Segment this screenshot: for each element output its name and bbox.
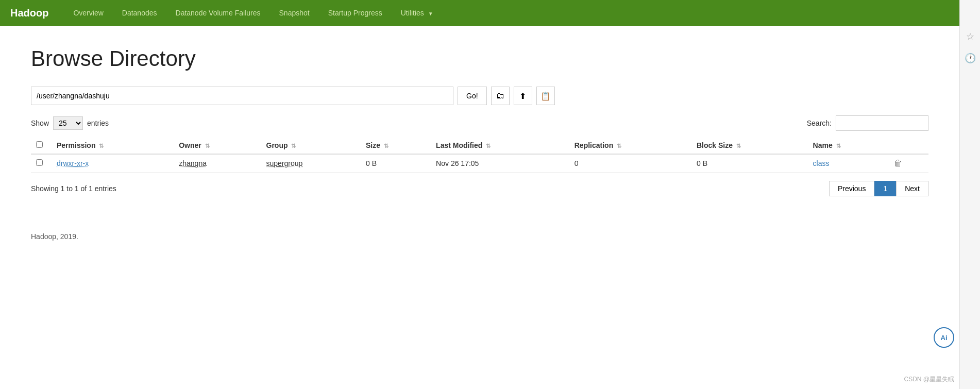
last-modified-value: Nov 26 17:05 xyxy=(436,159,479,167)
navbar-brand[interactable]: Hadoop xyxy=(10,7,48,19)
upload-icon-button[interactable]: ⬆ xyxy=(514,87,532,105)
sort-last-modified-icon: ⇅ xyxy=(486,143,491,149)
row-checkbox-cell xyxy=(31,154,52,173)
row-block-size-cell: 0 B xyxy=(691,154,808,173)
select-all-header xyxy=(31,137,52,154)
table-row: drwxr-xr-x zhangna supergroup 0 B Nov 26… xyxy=(31,154,928,173)
col-owner-label: Owner xyxy=(179,141,201,149)
search-input[interactable] xyxy=(836,115,928,131)
utilities-label: Utilities xyxy=(401,9,424,17)
showing-text: Showing 1 to 1 of 1 entries xyxy=(31,184,116,193)
replication-value: 0 xyxy=(575,159,579,167)
folder-icon: 🗂 xyxy=(496,91,504,100)
folder-icon-button[interactable]: 🗂 xyxy=(491,87,510,105)
row-delete-cell: 🗑 xyxy=(889,154,928,173)
sort-replication-icon: ⇅ xyxy=(617,143,621,149)
path-input[interactable] xyxy=(31,87,453,105)
upload-icon: ⬆ xyxy=(519,91,526,101)
clock-icon[interactable]: 🕐 xyxy=(965,53,976,64)
nav-datanode-volume-failures[interactable]: Datanode Volume Failures xyxy=(166,1,270,25)
nav-overview[interactable]: Overview xyxy=(64,1,112,25)
size-value: 0 B xyxy=(366,159,377,167)
row-permission-cell: drwxr-xr-x xyxy=(52,154,174,173)
path-row: Go! 🗂 ⬆ 📋 xyxy=(31,87,928,105)
nav-utilities[interactable]: Utilities ▼ xyxy=(392,1,443,25)
row-name-cell: class xyxy=(808,154,889,173)
page-title: Browse Directory xyxy=(31,46,928,71)
col-header-last-modified[interactable]: Last Modified ⇅ xyxy=(431,137,569,154)
page-1-button[interactable]: 1 xyxy=(874,181,896,196)
nav-startup-progress[interactable]: Startup Progress xyxy=(319,1,392,25)
table-header: Permission ⇅ Owner ⇅ Group ⇅ Size ⇅ Last… xyxy=(31,137,928,154)
sort-owner-icon: ⇅ xyxy=(205,143,210,149)
col-name-label: Name xyxy=(813,141,833,149)
table-body: drwxr-xr-x zhangna supergroup 0 B Nov 26… xyxy=(31,154,928,173)
delete-button[interactable]: 🗑 xyxy=(894,159,902,168)
row-owner-cell: zhangna xyxy=(174,154,261,173)
col-header-owner[interactable]: Owner ⇅ xyxy=(174,137,261,154)
right-sidebar: ☆ 🕐 xyxy=(959,0,980,256)
footer-text: Hadoop, 2019. xyxy=(31,232,78,241)
nav-snapshot[interactable]: Snapshot xyxy=(270,1,319,25)
group-value[interactable]: supergroup xyxy=(266,159,303,167)
sort-permission-icon: ⇅ xyxy=(99,143,104,149)
controls-row: Show 10 25 50 100 entries Search: xyxy=(31,115,928,131)
col-header-name[interactable]: Name ⇅ xyxy=(808,137,889,154)
clipboard-icon: 📋 xyxy=(540,91,551,101)
permission-value[interactable]: drwxr-xr-x xyxy=(57,159,89,167)
navbar-links: Overview Datanodes Datanode Volume Failu… xyxy=(64,1,442,25)
col-header-permission[interactable]: Permission ⇅ xyxy=(52,137,174,154)
directory-table: Permission ⇅ Owner ⇅ Group ⇅ Size ⇅ Last… xyxy=(31,137,928,173)
col-permission-label: Permission xyxy=(57,141,95,149)
navbar: Hadoop Overview Datanodes Datanode Volum… xyxy=(0,0,980,26)
row-checkbox[interactable] xyxy=(36,159,43,166)
sort-size-icon: ⇅ xyxy=(384,143,388,149)
nav-datanodes[interactable]: Datanodes xyxy=(113,1,166,25)
next-button[interactable]: Next xyxy=(896,181,928,196)
col-size-label: Size xyxy=(366,141,380,149)
go-button[interactable]: Go! xyxy=(458,87,487,105)
col-header-actions xyxy=(889,137,928,154)
entries-label: entries xyxy=(87,119,109,127)
col-last-modified-label: Last Modified xyxy=(436,141,482,149)
footer: Hadoop, 2019. xyxy=(0,217,980,256)
main-content: Browse Directory Go! 🗂 ⬆ 📋 Show 10 25 50… xyxy=(0,26,959,217)
row-last-modified-cell: Nov 26 17:05 xyxy=(431,154,569,173)
show-entries: Show 10 25 50 100 entries xyxy=(31,116,109,130)
pagination: Previous 1 Next xyxy=(829,181,928,196)
utilities-dropdown-arrow: ▼ xyxy=(428,11,433,16)
search-row: Search: xyxy=(807,115,928,131)
col-header-block-size[interactable]: Block Size ⇅ xyxy=(691,137,808,154)
col-replication-label: Replication xyxy=(575,141,613,149)
col-header-replication[interactable]: Replication ⇅ xyxy=(569,137,691,154)
select-all-checkbox[interactable] xyxy=(36,141,43,148)
sort-block-size-icon: ⇅ xyxy=(736,143,741,149)
owner-value[interactable]: zhangna xyxy=(179,159,207,167)
show-label: Show xyxy=(31,119,49,127)
sort-group-icon: ⇅ xyxy=(291,143,296,149)
sort-name-icon: ⇅ xyxy=(836,143,841,149)
row-group-cell: supergroup xyxy=(261,154,361,173)
col-block-size-label: Block Size xyxy=(697,141,733,149)
star-icon[interactable]: ☆ xyxy=(966,31,974,42)
previous-button[interactable]: Previous xyxy=(829,181,874,196)
row-size-cell: 0 B xyxy=(361,154,431,173)
col-header-size[interactable]: Size ⇅ xyxy=(361,137,431,154)
entries-select[interactable]: 10 25 50 100 xyxy=(53,116,83,130)
col-header-group[interactable]: Group ⇅ xyxy=(261,137,361,154)
col-group-label: Group xyxy=(266,141,288,149)
block-size-value: 0 B xyxy=(697,159,707,167)
row-replication-cell: 0 xyxy=(569,154,691,173)
name-link[interactable]: class xyxy=(813,159,830,167)
clipboard-icon-button[interactable]: 📋 xyxy=(536,87,555,105)
search-label: Search: xyxy=(807,119,832,127)
pagination-row: Showing 1 to 1 of 1 entries Previous 1 N… xyxy=(31,181,928,196)
